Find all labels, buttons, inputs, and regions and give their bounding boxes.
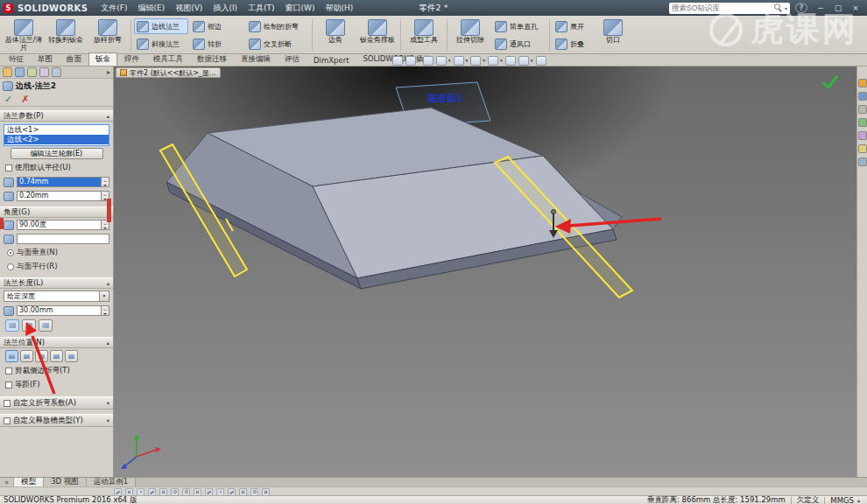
- use-default-radius-checkbox[interactable]: [5, 164, 12, 172]
- angle-face-reference-input[interactable]: [17, 234, 109, 244]
- menu-window[interactable]: 窗口(W): [281, 1, 320, 16]
- flange-drag-knob[interactable]: [552, 210, 556, 214]
- maximize-button[interactable]: □: [830, 2, 846, 14]
- hide-show-items-icon[interactable]: [488, 56, 498, 66]
- unit-system-caret-icon[interactable]: ▴: [857, 497, 860, 503]
- tab-features[interactable]: 特征: [2, 52, 31, 66]
- edit-flange-profile-button[interactable]: 编辑法兰轮廓(E): [11, 148, 103, 159]
- search-icon[interactable]: [774, 4, 783, 12]
- tab-data-migration[interactable]: 数据迁移: [190, 52, 234, 66]
- corners-button[interactable]: 边角: [315, 18, 356, 52]
- graphics-viewport[interactable]: 零件2 (默认<<默认>_显... 基准面1: [114, 66, 856, 477]
- unit-system[interactable]: MMGS: [830, 496, 854, 504]
- angle-value[interactable]: 90.00度: [18, 220, 101, 229]
- custom-bend-allowance-checkbox[interactable]: [4, 400, 11, 407]
- trim-side-bends-row[interactable]: 剪裁侧边折弯(T): [0, 364, 113, 378]
- cancel-button[interactable]: ✗: [21, 94, 29, 104]
- perpendicular-radio[interactable]: [7, 249, 14, 256]
- menu-edit[interactable]: 编辑(E): [133, 1, 169, 16]
- tab-model[interactable]: 模型: [14, 478, 44, 486]
- tab-direct-editing[interactable]: 直接编辑: [234, 52, 278, 66]
- confirmation-corner-check-icon[interactable]: [823, 76, 837, 88]
- appearances-scenes-icon[interactable]: [858, 131, 867, 140]
- section-caret-icon[interactable]: ▾: [448, 58, 451, 63]
- material-outside-button[interactable]: [20, 350, 33, 362]
- length-value[interactable]: 30.00mm: [18, 306, 101, 315]
- cross-break-button[interactable]: 交叉折断: [246, 36, 309, 52]
- angle-face-reference-value[interactable]: [18, 234, 109, 243]
- ok-button[interactable]: ✓: [4, 94, 12, 104]
- unfold-button[interactable]: 展开: [553, 18, 591, 34]
- menu-tools[interactable]: 工具(T): [243, 1, 279, 16]
- tab-sketch[interactable]: 草图: [31, 52, 60, 66]
- rip-button[interactable]: 切口: [593, 18, 633, 52]
- menu-view[interactable]: 视图(V): [171, 1, 207, 16]
- edge-selection-list[interactable]: 边线<1> 边线<2>: [4, 124, 109, 146]
- trim-side-bends-checkbox[interactable]: [5, 368, 12, 374]
- material-inside-button[interactable]: [5, 350, 18, 362]
- convert-to-sheetmetal-button[interactable]: 转换到钣金: [46, 18, 86, 52]
- flange-position-group-header[interactable]: 法兰位置(N) ▴: [0, 337, 113, 348]
- inner-virtual-sharp-button[interactable]: [39, 319, 53, 332]
- file-explorer-icon[interactable]: [858, 105, 867, 114]
- help-button[interactable]: ?: [795, 3, 807, 13]
- offset-checkbox[interactable]: [5, 382, 12, 388]
- tab-weldments[interactable]: 焊件: [117, 52, 146, 66]
- tangent-to-bend-button[interactable]: [65, 350, 78, 362]
- configurationmanager-tab-icon[interactable]: [27, 67, 37, 77]
- search-scope-caret-icon[interactable]: ▾: [785, 5, 787, 11]
- view-settings-icon[interactable]: [536, 56, 546, 66]
- forming-tool-button[interactable]: 成型工具: [404, 18, 444, 52]
- tab-evaluate[interactable]: 评估: [278, 52, 307, 66]
- bend-radius-value[interactable]: 0.74mm: [18, 178, 101, 186]
- offset-row[interactable]: 等距(F): [0, 378, 113, 392]
- propertymanager-tab-icon[interactable]: [15, 67, 25, 77]
- zoom-area-icon[interactable]: [405, 56, 416, 66]
- sheetmetal-gusset-button[interactable]: 钣金角撑板: [357, 18, 398, 52]
- custom-properties-icon[interactable]: [858, 144, 867, 153]
- orientation-caret-icon[interactable]: ▾: [466, 58, 469, 63]
- displaymanager-tab-icon[interactable]: [52, 67, 61, 77]
- simple-hole-button[interactable]: 简单直孔: [492, 18, 546, 34]
- plane-label[interactable]: 基准面1: [426, 93, 463, 104]
- bend-from-virtual-sharp-button[interactable]: [50, 350, 63, 362]
- end-condition-value[interactable]: 给定深度: [4, 291, 99, 301]
- edit-appearance-icon[interactable]: [505, 56, 516, 66]
- length-spinner[interactable]: [101, 306, 109, 315]
- angle-group-header[interactable]: 角度(G) ▴: [0, 206, 113, 218]
- angle-input[interactable]: 90.00度: [17, 220, 109, 230]
- dimxpertmanager-tab-icon[interactable]: [39, 67, 49, 77]
- gap-distance-input[interactable]: 0.20mm: [17, 191, 109, 201]
- tab-3d-views[interactable]: 3D 视图: [44, 478, 87, 486]
- tab-dimxpert[interactable]: DimXpert: [307, 54, 356, 66]
- custom-relief-type-group-header[interactable]: 自定义释放槽类型(Y) ▾: [0, 414, 113, 427]
- minimize-button[interactable]: ─: [813, 2, 828, 14]
- menu-help[interactable]: 帮助(H): [321, 1, 358, 16]
- view-orientation-icon[interactable]: [454, 56, 464, 66]
- featuremanager-tab-icon[interactable]: [3, 67, 12, 77]
- menu-file[interactable]: 文件(F): [96, 1, 131, 16]
- gap-distance-value[interactable]: 0.20mm: [18, 192, 101, 200]
- use-default-radius-row[interactable]: 使用默认半径(U): [0, 161, 113, 175]
- menu-insert[interactable]: 插入(I): [208, 1, 242, 16]
- custom-relief-type-checkbox[interactable]: [4, 417, 11, 424]
- bend-radius-input[interactable]: 0.74mm: [17, 177, 109, 187]
- solidworks-resources-icon[interactable]: [858, 79, 867, 88]
- base-flange-button[interactable]: 基体法兰/薄片: [4, 18, 44, 52]
- parallel-radio[interactable]: [7, 263, 14, 270]
- vent-button[interactable]: 通风口: [492, 36, 546, 52]
- zoom-caret-icon[interactable]: ▾: [418, 58, 420, 63]
- close-button[interactable]: ×: [848, 2, 863, 14]
- length-input[interactable]: 30.00mm: [17, 305, 109, 316]
- edge-list-item[interactable]: 边线<1>: [4, 125, 109, 135]
- forum-icon[interactable]: [858, 158, 867, 166]
- zoom-fit-icon[interactable]: [392, 56, 403, 66]
- hide-show-caret-icon[interactable]: ▾: [500, 58, 503, 63]
- view-palette-icon[interactable]: [858, 118, 867, 127]
- extruded-cut-button[interactable]: 拉伸切除: [450, 18, 490, 52]
- bend-radius-spinner[interactable]: [101, 178, 109, 186]
- tab-surfaces[interactable]: 曲面: [60, 52, 88, 66]
- document-window-tab[interactable]: 零件2 (默认<<默认>_显...: [116, 67, 221, 78]
- dropdown-caret-icon[interactable]: ▾: [99, 291, 109, 301]
- edge-flange-button[interactable]: 边线法兰: [134, 18, 188, 34]
